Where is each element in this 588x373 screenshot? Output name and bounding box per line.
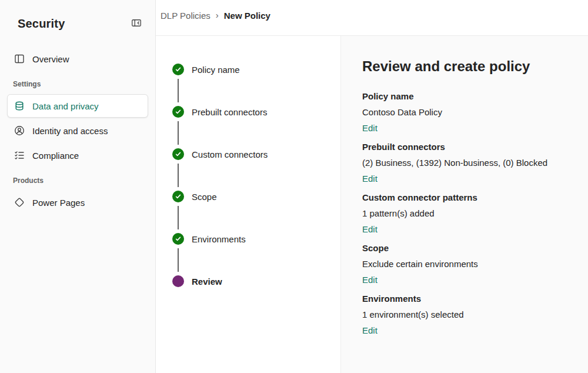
sidebar-item-label: Power Pages xyxy=(32,198,85,208)
review-section-prebuilt-connectors: Prebuilt connectors (2) Business, (1392)… xyxy=(362,141,564,185)
topbar: DLP Policies › New Policy xyxy=(156,0,588,36)
step-custom-connectors[interactable]: Custom connectors xyxy=(172,148,340,160)
overview-icon xyxy=(14,53,25,65)
content: Policy name Prebuilt connectors Custom c… xyxy=(156,36,588,373)
sidebar-item-label: Identity and access xyxy=(32,126,108,136)
step-label: Policy name xyxy=(192,65,240,75)
edit-prebuilt-connectors-link[interactable]: Edit xyxy=(362,172,377,185)
review-section-heading: Prebuilt connectors xyxy=(362,141,564,153)
collapse-pane-button[interactable] xyxy=(127,14,146,33)
step-connector xyxy=(178,206,179,229)
database-icon xyxy=(14,100,25,112)
edit-environments-link[interactable]: Edit xyxy=(362,324,377,337)
review-section-heading: Policy name xyxy=(362,90,564,102)
step-label: Review xyxy=(192,277,222,287)
app-window: Security Overvi xyxy=(0,0,588,373)
sidebar-title: Security xyxy=(18,17,65,31)
sidebar-section-products: Products xyxy=(7,168,148,189)
sidebar-item-compliance[interactable]: Compliance xyxy=(7,144,148,167)
sidebar-item-overview[interactable]: Overview xyxy=(7,47,148,71)
step-complete-icon xyxy=(172,191,184,202)
step-environments[interactable]: Environments xyxy=(172,233,340,245)
sidebar-item-label: Compliance xyxy=(32,151,79,161)
sidebar-item-power-pages[interactable]: Power Pages xyxy=(7,191,148,214)
review-section-heading: Custom connector patterns xyxy=(362,191,564,204)
review-panel: Review and create policy Policy name Con… xyxy=(340,36,588,373)
step-complete-icon xyxy=(172,106,184,118)
review-section-value: 1 environment(s) selected xyxy=(362,308,564,321)
step-complete-icon xyxy=(172,64,184,75)
review-section-heading: Environments xyxy=(362,292,564,305)
review-section-heading: Scope xyxy=(362,242,564,254)
page-title: Review and create policy xyxy=(362,58,564,75)
step-connector xyxy=(178,121,179,145)
step-connector xyxy=(178,164,179,187)
sidebar-section-settings: Settings xyxy=(7,72,148,93)
power-pages-icon xyxy=(14,197,25,208)
review-section-environments: Environments 1 environment(s) selected E… xyxy=(362,292,564,337)
step-current-icon xyxy=(172,275,184,287)
review-section-custom-connector-patterns: Custom connector patterns 1 pattern(s) a… xyxy=(362,191,564,235)
step-prebuilt-connectors[interactable]: Prebuilt connectors xyxy=(172,106,340,118)
step-connector xyxy=(178,248,179,272)
step-policy-name[interactable]: Policy name xyxy=(172,64,340,75)
review-section-value: 1 pattern(s) added xyxy=(362,207,564,219)
review-section-scope: Scope Exclude certain environments Edit xyxy=(362,242,564,286)
breadcrumb-dlp-policies[interactable]: DLP Policies xyxy=(161,11,211,21)
sidebar-item-label: Data and privacy xyxy=(32,101,99,111)
sidebar-nav: Overview Settings Data and privacy xyxy=(7,47,148,214)
step-label: Prebuilt connectors xyxy=(192,107,267,117)
step-scope[interactable]: Scope xyxy=(172,191,340,202)
review-section-policy-name: Policy name Contoso Data Policy Edit xyxy=(362,90,564,134)
review-section-value: (2) Business, (1392) Non-business, (0) B… xyxy=(362,156,564,169)
step-label: Scope xyxy=(192,192,217,202)
wizard-stepper: Policy name Prebuilt connectors Custom c… xyxy=(156,36,340,373)
breadcrumb: DLP Policies › New Policy xyxy=(161,11,588,21)
edit-scope-link[interactable]: Edit xyxy=(362,274,377,286)
edit-policy-name-link[interactable]: Edit xyxy=(362,122,377,134)
sidebar-item-data-and-privacy[interactable]: Data and privacy xyxy=(7,94,148,118)
step-connector xyxy=(178,79,179,102)
sidebar-item-label: Overview xyxy=(32,54,69,64)
task-list-icon xyxy=(14,149,25,161)
sidebar-header: Security xyxy=(7,14,148,33)
step-complete-icon xyxy=(172,148,184,160)
review-section-value: Exclude certain environments xyxy=(362,258,564,270)
review-section-value: Contoso Data Policy xyxy=(362,106,564,118)
person-circle-icon xyxy=(14,125,25,136)
step-review[interactable]: Review xyxy=(172,275,340,287)
edit-custom-connector-patterns-link[interactable]: Edit xyxy=(362,223,377,235)
step-label: Environments xyxy=(192,234,246,244)
step-complete-icon xyxy=(172,233,184,245)
main-area: DLP Policies › New Policy Policy name xyxy=(156,0,588,373)
sidebar: Security Overvi xyxy=(0,0,156,373)
breadcrumb-new-policy: New Policy xyxy=(224,11,270,21)
sidebar-item-identity-and-access[interactable]: Identity and access xyxy=(7,119,148,142)
collapse-pane-icon xyxy=(131,17,142,31)
chevron-right-icon: › xyxy=(216,10,219,20)
step-label: Custom connectors xyxy=(192,149,268,159)
